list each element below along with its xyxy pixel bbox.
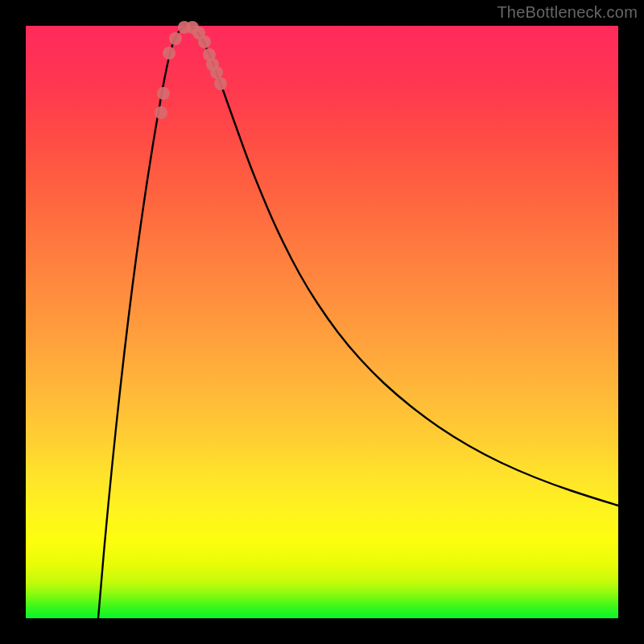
series-left-descent	[98, 26, 187, 618]
bead-dot	[155, 106, 167, 119]
watermark-text: TheBottleneck.com	[497, 3, 638, 22]
bead-dot	[157, 87, 170, 100]
plot-area	[26, 26, 618, 618]
bead-dot	[198, 35, 211, 48]
bead-dot	[214, 77, 227, 90]
bead-dot	[210, 66, 223, 79]
series-lines	[98, 26, 618, 618]
series-right-ascent	[187, 26, 618, 506]
bead-dot	[169, 32, 182, 45]
chart-frame: TheBottleneck.com	[0, 0, 644, 644]
bead-dot	[163, 47, 175, 60]
curve-svg	[26, 26, 618, 618]
